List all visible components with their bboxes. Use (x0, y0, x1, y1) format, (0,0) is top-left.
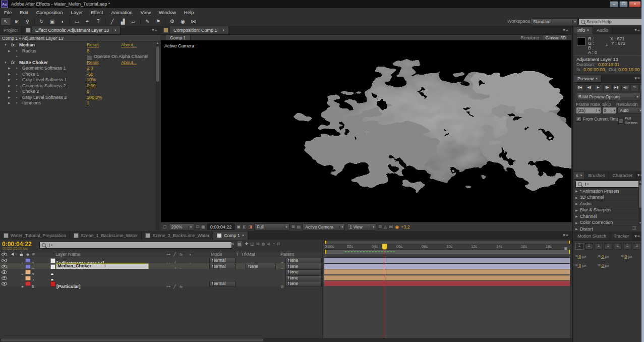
transparency-grid-icon[interactable]: ▤ (297, 224, 301, 229)
param-value[interactable]: 100,0% (87, 95, 102, 101)
layer-bar-1[interactable] (324, 257, 570, 263)
audio-mute-button[interactable]: ◀)) (621, 84, 629, 91)
tab-water-tutorial-preparation[interactable]: Water_Tutorial_Preparation (0, 232, 70, 240)
timeline-search-input[interactable]: ▼ (39, 242, 232, 249)
shape-tool-button[interactable]: ▭ (72, 18, 82, 25)
always-preview-icon[interactable]: ▢ (163, 224, 167, 229)
eraser-tool-button[interactable]: ▱ (129, 18, 138, 25)
tab-audio[interactable]: Audio (593, 27, 612, 34)
label-color-chip[interactable] (25, 281, 31, 286)
resolution-dropdown[interactable]: Full▼ (254, 223, 289, 231)
tab-brushes[interactable]: Brushes (585, 172, 609, 179)
scroll-up-icon[interactable]: ▲ (564, 270, 567, 273)
layer-bar-2[interactable] (324, 263, 570, 269)
camera-tool-button[interactable]: ▣ (47, 18, 57, 25)
previous-frame-button[interactable]: ◀▮ (585, 84, 593, 91)
hand-tool-button[interactable]: ☛ (12, 18, 22, 25)
close-button[interactable]: × (629, 1, 641, 8)
quality-switch[interactable]: ╱ (173, 284, 176, 290)
lock-views-icon[interactable]: ◬ (384, 224, 387, 229)
selection-tool-button[interactable]: ↖ (1, 17, 11, 26)
eye-icon[interactable] (2, 270, 7, 274)
stopwatch-icon[interactable]: ◔ (15, 72, 18, 78)
eye-icon[interactable] (2, 276, 7, 280)
panel-menu-icon[interactable]: ▼≡ (151, 28, 160, 32)
collapse-switch[interactable]: ⊶ (166, 284, 170, 290)
indent-right-field[interactable]: ≡0px (621, 254, 632, 259)
panel-menu-icon[interactable]: ▼≡ (633, 76, 642, 81)
layer-bar-5[interactable] (324, 280, 570, 286)
param-value[interactable]: -58 (87, 72, 93, 78)
tab-motion-sketch[interactable]: Motion Sketch (574, 233, 610, 240)
label-color-chip[interactable] (25, 276, 31, 280)
layer-name-column-header[interactable]: Layer Name (55, 252, 80, 257)
layer-name-edit-field[interactable]: Median_Choker I (56, 263, 149, 269)
comp-viewport[interactable]: Active Camera (161, 40, 571, 222)
layer-row-5[interactable]: ▶ 5 [Particular] ⊶ ╱ fx Normal▼ ⊘ None▼ (0, 280, 322, 287)
roto-brush-tool-button[interactable]: ✎ (143, 18, 152, 25)
new-folder-icon[interactable]: ◫ (632, 225, 636, 230)
view-axis-mode-button[interactable]: ⋈ (189, 18, 198, 25)
mode-dropdown[interactable]: Normal▼ (209, 281, 236, 287)
draft-3d-icon[interactable]: ▦ (236, 241, 243, 247)
menu-animation[interactable]: Animation (107, 10, 136, 15)
category-animation-presets[interactable]: ▶* Animation Presets (574, 188, 638, 195)
show-channel-icon[interactable]: ◨ (249, 224, 253, 229)
tab-szene-2[interactable]: Szene_2_BacksLime_Water (142, 232, 213, 240)
label-color-chip[interactable] (25, 258, 31, 263)
menu-help[interactable]: Help (180, 10, 198, 15)
fx-switch[interactable]: fx (180, 284, 183, 290)
category-distort[interactable]: ▶Distort (574, 226, 638, 232)
pan-behind-tool-button[interactable]: ◐ (58, 18, 68, 25)
full-screen-checkbox[interactable]: Full Screen (618, 116, 642, 125)
tab-comp-1[interactable]: Comp 1 × (213, 232, 248, 240)
work-area-start-handle[interactable] (325, 250, 326, 254)
menu-file[interactable]: File (0, 10, 16, 15)
effect-median-header[interactable]: ▼ fx Median Reset About... (0, 42, 154, 48)
effect-matte-choker-header[interactable]: ▼ fx Matte Choker Reset About... (0, 60, 154, 66)
comp-timecode[interactable]: 0:00:04:22 (207, 223, 235, 230)
brush-tool-button[interactable]: ╱ (107, 18, 117, 25)
frame-rate-field[interactable]: (25)▼ (576, 107, 601, 114)
label-color-chip[interactable] (25, 264, 31, 269)
eye-icon[interactable] (2, 265, 7, 268)
view-layout-dropdown[interactable]: 1 View▼ (347, 223, 376, 231)
category-blur-sharpen[interactable]: ▶Blur & Sharpen (574, 207, 638, 214)
maximize-button[interactable]: ❐ (619, 1, 628, 8)
comp-button-icon[interactable]: ◫ (564, 258, 568, 263)
hide-shy-layers-icon[interactable]: ✚ (245, 242, 249, 246)
stopwatch-icon[interactable]: ◔ (15, 54, 18, 60)
space-after-field[interactable]: ≡0px (598, 263, 609, 268)
matte-about-link[interactable]: About... (121, 60, 137, 66)
stopwatch-icon[interactable]: ◔ (15, 89, 18, 95)
safe-zones-icon[interactable]: ⊡ (196, 224, 200, 229)
panel-menu-icon[interactable]: ▼≡ (562, 28, 571, 32)
justify-all-button[interactable]: ≡ (633, 243, 641, 250)
layer-bar-3[interactable] (324, 269, 570, 274)
param-value[interactable]: 0 (87, 89, 89, 95)
brainstorm-icon[interactable]: ◍ (262, 242, 265, 246)
parent-column-header[interactable]: Parent (280, 252, 294, 257)
comp-mini-flowchart-icon[interactable]: ⋈ (230, 242, 234, 246)
panel-menu-icon[interactable]: ▼≡ (562, 233, 572, 238)
stopwatch-icon[interactable]: ◔ (15, 77, 18, 83)
region-of-interest-icon[interactable]: ⊞ (291, 224, 295, 229)
param-value[interactable]: 2,3 (87, 66, 93, 72)
timeline-horizontal-scrollbar[interactable] (0, 338, 572, 342)
stopwatch-icon[interactable]: ◔ (15, 48, 18, 54)
skip-field[interactable]: 0▼ (602, 107, 616, 114)
menu-edit[interactable]: Edit (16, 10, 32, 15)
zoom-tool-button[interactable]: ⚲ (23, 18, 32, 25)
magnification-dropdown[interactable]: 200%▼ (169, 223, 194, 231)
tab-character[interactable]: Character (609, 172, 637, 179)
pickwhip-icon[interactable]: ⊘ (280, 284, 284, 290)
layer-bar-4[interactable] (324, 275, 570, 280)
justify-last-right-button[interactable]: ≡ (623, 243, 631, 250)
menu-layer[interactable]: Layer (67, 10, 87, 15)
median-radius-value[interactable]: 8 (87, 48, 89, 54)
eye-icon[interactable] (2, 282, 7, 286)
space-before-field[interactable]: ≡0px (575, 263, 587, 268)
resolution-field[interactable]: Auto▼ (617, 107, 643, 114)
from-current-time-checkbox[interactable]: ✓ From Current Time (576, 116, 619, 122)
justify-last-left-button[interactable]: ≡ (604, 243, 612, 250)
